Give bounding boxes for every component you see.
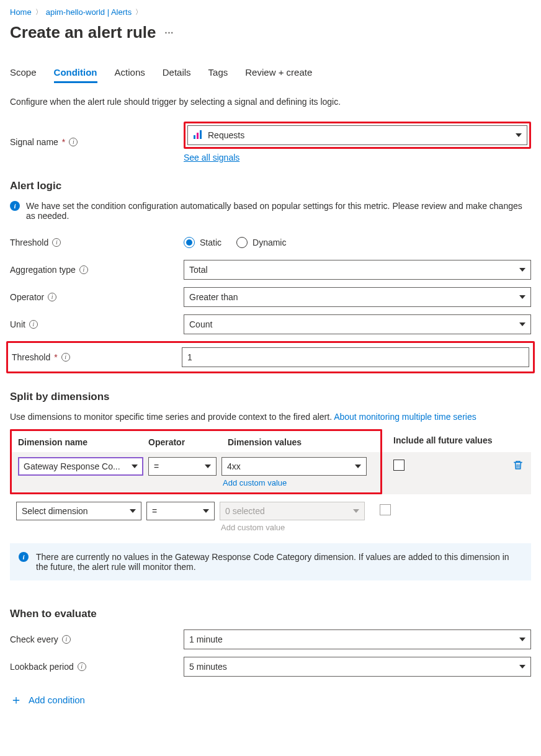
dim-col-operator-header: Operator [148, 437, 228, 447]
operator-value: Greater than [189, 292, 238, 302]
check-every-label: Check every [10, 634, 58, 644]
tab-tags[interactable]: Tags [208, 67, 228, 83]
dimension-name-value: Gateway Response Co... [24, 461, 120, 471]
tab-condition[interactable]: Condition [54, 67, 97, 83]
chevron-down-icon [519, 295, 525, 299]
dimension-name-dropdown[interactable]: Gateway Response Co... [18, 457, 143, 476]
aggregation-type-label: Aggregation type [10, 265, 76, 275]
threshold-static-label: Static [200, 238, 221, 247]
unit-dropdown[interactable]: Count [184, 314, 531, 334]
threshold-value-input[interactable]: 1 [182, 347, 529, 367]
dimension-values-value: 4xx [227, 461, 241, 471]
chevron-down-icon [203, 509, 209, 513]
add-condition-label: Add condition [29, 695, 85, 705]
tab-actions[interactable]: Actions [115, 67, 145, 83]
svg-rect-0 [194, 135, 195, 139]
breadcrumb-resource[interactable]: apim-hello-world | Alerts [46, 7, 132, 17]
delete-dimension-button[interactable] [512, 460, 524, 473]
page-title: Create an alert rule [10, 23, 156, 42]
check-every-dropdown[interactable]: 1 minute [184, 629, 531, 649]
add-custom-value-link[interactable]: Add custom value [221, 478, 367, 487]
operator-dropdown[interactable]: Greater than [184, 287, 531, 307]
required-asterisk: * [54, 352, 57, 362]
svg-rect-1 [197, 133, 199, 139]
dimension-name-dropdown[interactable]: Select dimension [16, 502, 141, 520]
tabs: Scope Condition Actions Details Tags Rev… [10, 67, 531, 83]
lookback-period-label: Lookback period [10, 662, 74, 672]
info-icon[interactable]: i [79, 265, 88, 274]
plus-icon: ＋ [10, 693, 22, 706]
lookback-period-dropdown[interactable]: 5 minutes [184, 657, 531, 677]
chevron-down-icon [130, 509, 136, 513]
tab-review-create[interactable]: Review + create [245, 67, 312, 83]
dimension-values-placeholder: 0 selected [225, 506, 265, 516]
threshold-value-label: Threshold [12, 352, 50, 362]
alert-logic-heading: Alert logic [10, 180, 531, 192]
signal-name-label: Signal name [10, 137, 58, 147]
info-icon[interactable]: i [48, 293, 56, 301]
chevron-down-icon [205, 465, 211, 468]
dimension-operator-value: = [152, 506, 157, 516]
signal-name-value: Requests [208, 130, 244, 140]
dim-col-values-header: Dimension values [228, 437, 374, 447]
include-future-values-checkbox[interactable] [380, 504, 391, 515]
about-multiple-time-series-link[interactable]: About monitoring multiple time series [334, 412, 476, 422]
metric-chart-icon [193, 130, 203, 141]
breadcrumb-home[interactable]: Home [10, 7, 32, 17]
threshold-value: 1 [187, 352, 192, 362]
chevron-down-icon [516, 133, 522, 137]
unit-value: Count [189, 319, 212, 329]
add-custom-value-link: Add custom value [220, 523, 365, 532]
chevron-down-icon [132, 465, 138, 468]
info-icon[interactable]: i [69, 138, 78, 146]
more-icon[interactable]: ··· [165, 28, 174, 38]
dimensions-description: Use dimensions to monitor specific time … [10, 412, 531, 422]
chevron-down-icon [353, 509, 359, 513]
threshold-dynamic-label: Dynamic [253, 238, 286, 247]
chevron-right-icon: 〉 [35, 7, 42, 17]
dimension-info-text: There are currently no values in the Gat… [36, 552, 522, 572]
check-every-value: 1 minute [189, 634, 223, 644]
info-icon[interactable]: i [52, 238, 61, 247]
unit-label: Unit [10, 319, 25, 329]
operator-label: Operator [10, 292, 44, 302]
see-all-signals-link[interactable]: See all signals [184, 153, 239, 162]
chevron-down-icon [519, 322, 525, 326]
add-condition-button[interactable]: ＋ Add condition [10, 693, 531, 706]
dimension-operator-dropdown[interactable]: = [146, 502, 215, 520]
lookback-period-value: 5 minutes [189, 662, 227, 672]
info-icon: i [10, 201, 20, 211]
chevron-down-icon [519, 268, 525, 272]
include-future-values-checkbox[interactable] [393, 460, 405, 471]
info-icon[interactable]: i [29, 320, 38, 329]
required-asterisk: * [62, 137, 65, 147]
chevron-down-icon [519, 638, 525, 641]
info-icon[interactable]: i [78, 662, 86, 671]
dim-col-name-header: Dimension name [18, 437, 148, 447]
dim-col-include-header: Include all future values [382, 429, 493, 452]
info-icon[interactable]: i [61, 353, 70, 362]
info-icon[interactable]: i [62, 635, 71, 644]
alert-logic-note: We have set the condition configuration … [26, 201, 531, 221]
aggregation-type-dropdown[interactable]: Total [184, 260, 531, 280]
threshold-type-label: Threshold [10, 238, 48, 247]
threshold-static-radio[interactable]: Static [184, 237, 221, 248]
chevron-right-icon: 〉 [135, 7, 142, 17]
condition-intro-text: Configure when the alert rule should tri… [10, 97, 531, 107]
threshold-dynamic-radio[interactable]: Dynamic [236, 237, 286, 248]
dimension-info-panel: i There are currently no values in the G… [10, 543, 531, 580]
svg-rect-2 [200, 130, 202, 139]
split-by-dimensions-heading: Split by dimensions [10, 391, 531, 403]
dimension-values-dropdown[interactable]: 4xx [221, 457, 367, 476]
tab-scope[interactable]: Scope [10, 67, 37, 83]
tab-details[interactable]: Details [163, 67, 191, 83]
signal-name-dropdown[interactable]: Requests [187, 125, 527, 145]
dimension-values-dropdown[interactable]: 0 selected [220, 502, 365, 520]
dimension-name-placeholder: Select dimension [22, 506, 88, 516]
chevron-down-icon [519, 665, 525, 669]
dimension-operator-dropdown[interactable]: = [148, 457, 217, 476]
info-icon: i [19, 552, 29, 562]
when-to-evaluate-heading: When to evaluate [10, 608, 531, 620]
dimension-operator-value: = [154, 461, 159, 471]
aggregation-type-value: Total [189, 265, 208, 275]
